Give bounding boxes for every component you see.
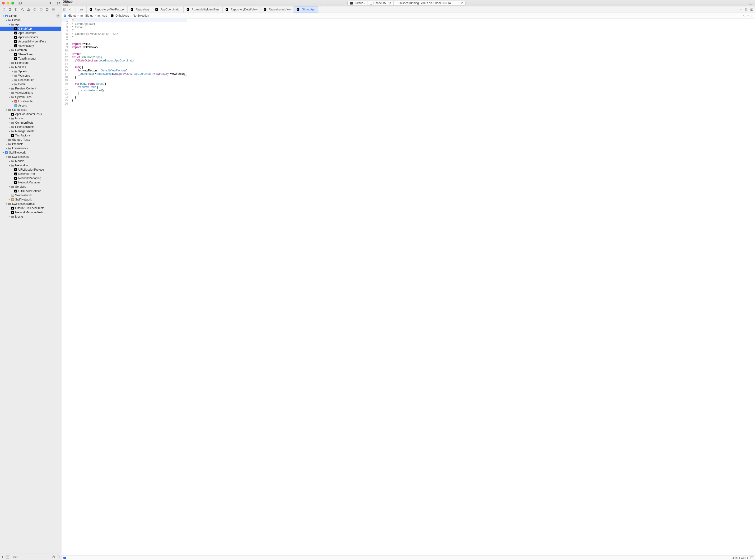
nav-item-githubapiservicetests[interactable]: GithubAPIServiceTests [0, 206, 61, 210]
nav-item-networkmanagertests[interactable]: NetworkManagerTests [0, 210, 61, 215]
nav-item-viewmodifiers[interactable]: ▸ViewModifiers [0, 91, 61, 95]
toggle-left-panel-button[interactable] [18, 1, 23, 5]
disclosure-triangle[interactable]: ▸ [11, 100, 14, 102]
nav-item-assets[interactable]: Assets [0, 103, 61, 108]
nav-item-githubapiservice[interactable]: GitHubAPIService [0, 189, 61, 193]
nav-item-accessibilityidentifiers[interactable]: AccessibilityIdentifiers [0, 39, 61, 44]
nav-item-swiftnetwork[interactable]: SwiftNetwork [0, 193, 61, 197]
disclosure-triangle[interactable]: ▸ [11, 79, 14, 81]
disclosure-triangle[interactable]: ▸ [8, 160, 11, 162]
disclosure-triangle[interactable]: ▸ [11, 83, 14, 85]
disclosure-triangle[interactable]: ▾ [5, 203, 8, 205]
disclosure-triangle[interactable]: ▸ [8, 62, 11, 64]
recent-files-button[interactable] [52, 555, 55, 559]
window-close-button[interactable] [2, 2, 5, 4]
code-review-button[interactable] [739, 8, 742, 11]
back-button[interactable] [67, 6, 73, 13]
issue-navigator-tab[interactable] [27, 8, 30, 11]
nav-item-welcome[interactable]: ▸Welcome [0, 74, 61, 78]
disclosure-triangle[interactable]: ▾ [2, 152, 5, 154]
tab-githubapp[interactable]: GithubApp [294, 6, 319, 13]
nav-item-networkmanaging[interactable]: NetworkManaging [0, 176, 61, 180]
nav-item-github[interactable]: ▾Github [0, 18, 61, 22]
next-issue-button[interactable] [751, 14, 753, 17]
project-navigator[interactable]: ▾Github?▾Github▾AppGithubAppAppConstants… [0, 13, 61, 554]
nav-item-toastmanager[interactable]: ToastManager [0, 57, 61, 61]
nav-item-detail[interactable]: ▸Detail [0, 82, 61, 86]
disclosure-triangle[interactable]: ▸ [5, 139, 8, 141]
nav-item-appcoordinatortests[interactable]: AppCoordinatorTests [0, 112, 61, 116]
nav-item-system-files[interactable]: ▾System Files [0, 95, 61, 99]
disclosure-triangle[interactable]: ▸ [5, 143, 8, 145]
nav-item-githubtests[interactable]: ▾GithubTests [0, 108, 61, 112]
toggle-right-panel-button[interactable] [748, 1, 753, 5]
jump-file[interactable]: GithubApp [116, 14, 129, 17]
tab-overflow[interactable]: sts [79, 6, 87, 13]
nav-item-mocks[interactable]: ▸Mocks [0, 215, 61, 219]
help-button[interactable]: ? [56, 14, 60, 18]
activity-viewer[interactable]: Github › iPhone 15 Pro Finished running … [347, 1, 465, 6]
tab-repository-testfactory[interactable]: Repository+TestFactory [87, 6, 128, 13]
disclosure-triangle[interactable]: ▾ [5, 156, 8, 158]
nav-item-networkerror[interactable]: NetworkError [0, 172, 61, 176]
filter-field[interactable] [12, 556, 50, 558]
nav-item-appconstants[interactable]: AppConstants [0, 31, 61, 35]
disclosure-triangle[interactable]: ▾ [5, 109, 8, 111]
nav-item-app[interactable]: ▾App [0, 22, 61, 26]
add-editor-button[interactable] [750, 8, 753, 11]
scm-filter-button[interactable] [57, 555, 60, 559]
window-minimize-button[interactable] [7, 2, 9, 4]
disclosure-triangle[interactable]: ▸ [8, 216, 11, 218]
nav-item-appcoordinator[interactable]: AppCoordinator [0, 35, 61, 39]
disclosure-triangle[interactable]: ▾ [8, 66, 11, 68]
toggle-debug-area-button[interactable] [750, 557, 753, 559]
disclosure-triangle[interactable]: ▾ [8, 49, 11, 51]
disclosure-triangle[interactable]: ▸ [8, 121, 11, 124]
nav-item-sharesheet[interactable]: ShareSheet [0, 52, 61, 57]
disclosure-triangle[interactable]: ▸ [8, 130, 11, 133]
nav-item-githubapp[interactable]: GithubApp [0, 26, 61, 31]
nav-item-mocks[interactable]: ▸Mocks [0, 116, 61, 121]
nav-item-models[interactable]: ▸Models [0, 159, 61, 163]
nav-item-networking[interactable]: ▾Networking [0, 163, 61, 167]
warning-icon[interactable]: ⚠︎ [747, 14, 749, 17]
source-editor[interactable]: 1234567891011121314151617181920212223242… [61, 19, 755, 555]
tab-appcoordinator[interactable]: AppCoordinator [152, 6, 183, 13]
tab-repositoriesview[interactable]: RepositoriesView [261, 6, 294, 13]
forward-button[interactable] [73, 6, 79, 13]
nav-item-githubuitests[interactable]: ▸GithubUITests [0, 138, 61, 142]
disclosure-triangle[interactable]: ▾ [5, 19, 8, 21]
line-gutter[interactable]: 1234567891011121314151617181920212223242… [61, 19, 70, 555]
prev-issue-button[interactable] [743, 14, 745, 17]
debug-navigator-tab[interactable] [39, 8, 43, 11]
nav-item-swiftnetwork[interactable]: ▾SwiftNetwork [0, 155, 61, 159]
nav-item-commontests[interactable]: ▸CommonTests [0, 121, 61, 125]
tab-repositorydetailview[interactable]: RepositoryDetailView [223, 6, 261, 13]
nav-item-swiftnetwork[interactable]: ▸SwiftNetwork [0, 197, 61, 202]
adjust-editor-options-button[interactable] [744, 8, 748, 11]
debug-bar-indicator[interactable] [63, 557, 66, 559]
nav-item-urlsessionprotocol[interactable]: URLSessionProtocol [0, 167, 61, 172]
add-button[interactable]: + [1, 555, 4, 559]
run-button[interactable] [48, 1, 53, 5]
disclosure-triangle[interactable]: ▸ [8, 126, 11, 128]
disclosure-triangle[interactable]: ▸ [8, 87, 11, 90]
nav-item-github[interactable]: ▾Github? [0, 14, 61, 18]
disclosure-triangle[interactable]: ▾ [8, 23, 11, 26]
tab-repository[interactable]: Repository [128, 6, 152, 13]
report-navigator-tab[interactable] [52, 8, 55, 11]
nav-item-extensiontests[interactable]: ▸ExtensionTests [0, 125, 61, 129]
disclosure-triangle[interactable]: ▸ [5, 147, 8, 149]
disclosure-triangle[interactable]: ▸ [8, 92, 11, 94]
find-navigator-tab[interactable] [21, 8, 24, 11]
disclosure-triangle[interactable]: ▸ [11, 75, 14, 77]
nav-item-testfactory[interactable]: TestFactory [0, 133, 61, 138]
project-navigator-tab[interactable] [2, 8, 6, 11]
source-control-navigator-tab[interactable] [8, 8, 12, 11]
project-title[interactable]: Github main [63, 0, 73, 6]
nav-item-common[interactable]: ▾Common [0, 48, 61, 52]
nav-item-viewfactory[interactable]: ViewFactory [0, 44, 61, 48]
jump-group[interactable]: Github [85, 14, 93, 17]
jump-selection[interactable]: No Selection [133, 14, 149, 17]
tab-accessibilityidentifiers[interactable]: AccessibilityIdentifiers [184, 6, 223, 13]
